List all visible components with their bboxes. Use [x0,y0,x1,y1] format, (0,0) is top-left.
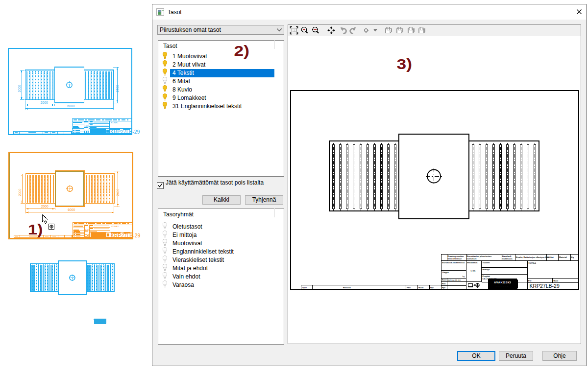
svg-text:2000: 2000 [18,188,22,196]
svg-text:1:20: 1:20 [84,125,89,127]
svg-text:1): 1) [28,221,43,237]
svg-text:KONE1: KONE1 [112,225,119,228]
svg-text:1:20: 1:20 [85,229,89,231]
svg-text:6000: 6000 [67,104,74,108]
svg-text:KRP27LB-29: KRP27LB-29 [110,129,140,135]
svg-text:6000: 6000 [68,208,75,211]
svg-text:2400: 2400 [116,85,119,92]
svg-text:KONE1: KONE1 [111,121,119,124]
svg-text:2000: 2000 [41,101,48,104]
svg-text:KRP27LB-29: KRP27LB-29 [111,233,140,238]
svg-text:2000: 2000 [18,85,21,92]
svg-text:2400: 2400 [116,188,120,196]
svg-text:2000: 2000 [41,205,49,208]
